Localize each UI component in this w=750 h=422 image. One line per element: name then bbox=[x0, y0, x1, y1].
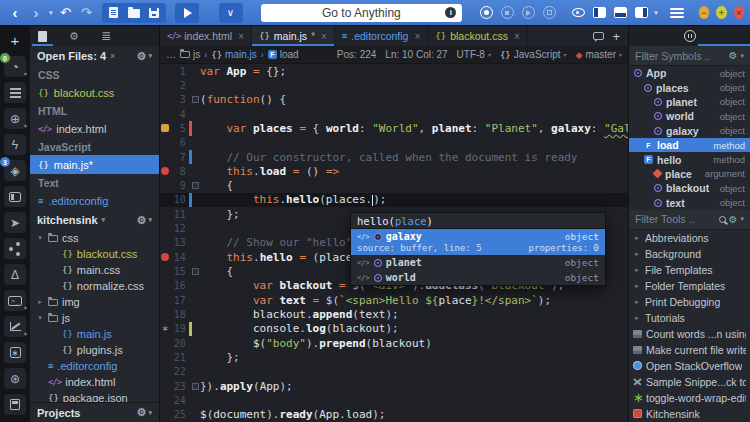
symbol-row[interactable]: Floadmethod bbox=[629, 138, 750, 152]
minimize-button[interactable]: − bbox=[699, 6, 709, 19]
code-line[interactable]: 22 bbox=[160, 365, 628, 379]
expander-icon[interactable]: ▸ bbox=[633, 234, 641, 242]
code-line[interactable]: 20 $("body").prepend(blackout) bbox=[160, 336, 628, 350]
gutter[interactable]: 3 bbox=[160, 93, 200, 107]
open-files-list-button[interactable] bbox=[4, 82, 26, 103]
macro-record-button[interactable] bbox=[477, 4, 495, 22]
tree-row[interactable]: </>index.html bbox=[30, 374, 159, 390]
fold-icon[interactable] bbox=[192, 383, 199, 390]
browser-preview-button[interactable]: ⊕▾ bbox=[4, 108, 26, 129]
expander-icon[interactable]: ▸ bbox=[633, 266, 641, 274]
tools-filter[interactable]: Filter Tools .. ⚙▾ bbox=[629, 210, 750, 230]
tree-row[interactable]: {}main.css bbox=[30, 262, 159, 278]
gutter[interactable]: 7 bbox=[160, 150, 200, 164]
symbol-row[interactable]: placesobject bbox=[629, 80, 750, 94]
close-icon[interactable]: × bbox=[321, 31, 327, 42]
zoom-button[interactable]: + bbox=[716, 6, 726, 19]
open-file-button[interactable] bbox=[125, 4, 143, 22]
symbol-row[interactable]: blackoutobject bbox=[629, 181, 750, 195]
share-button[interactable] bbox=[4, 238, 26, 259]
bookmark-icon[interactable] bbox=[161, 124, 169, 132]
code-line[interactable]: 3(function() { bbox=[160, 93, 628, 107]
fold-icon[interactable] bbox=[192, 96, 199, 103]
code-line[interactable]: 6 bbox=[160, 136, 628, 150]
fold-column[interactable] bbox=[192, 96, 200, 103]
symbol-row[interactable]: planetobject bbox=[629, 95, 750, 109]
gear-icon[interactable]: ⚙ bbox=[729, 214, 738, 225]
quick-actions-button[interactable]: ϟ bbox=[4, 134, 26, 155]
unit-testing-button[interactable]: Δ bbox=[4, 264, 26, 285]
gutter[interactable]: 17 bbox=[160, 293, 200, 307]
tool-row[interactable]: Kitchensink bbox=[629, 406, 750, 422]
completion-item[interactable]: </>planetobject bbox=[351, 255, 605, 270]
toolbar-dropdown[interactable]: ∨ bbox=[219, 3, 243, 23]
code-line[interactable]: 2 bbox=[160, 78, 628, 92]
gutter-marker[interactable] bbox=[160, 167, 170, 175]
gear-icon[interactable]: ⚙ bbox=[729, 50, 738, 61]
tool-row[interactable]: ▸Tutorials bbox=[629, 310, 750, 326]
code-line[interactable]: 7 // Our constructor, called when the do… bbox=[160, 150, 628, 164]
symbol-row[interactable]: galaxyobject bbox=[629, 124, 750, 138]
gutter-marker[interactable] bbox=[160, 124, 170, 132]
status-git-branch[interactable]: ◆master▾ bbox=[576, 49, 623, 60]
preview-button[interactable] bbox=[569, 4, 587, 22]
tab-places-settings[interactable]: ⚙ bbox=[69, 26, 79, 46]
macro-stop-button[interactable] bbox=[498, 4, 516, 22]
symbol-row[interactable]: textobject bbox=[629, 196, 750, 210]
info-icon[interactable]: i bbox=[445, 7, 456, 18]
tool-row[interactable]: ∗toggle-word-wrap-edit bbox=[629, 390, 750, 406]
gutter[interactable]: 9 bbox=[160, 179, 200, 193]
fold-icon[interactable] bbox=[192, 268, 199, 275]
code-line[interactable]: 25$(document).ready(App.load); bbox=[160, 408, 628, 422]
tree-row[interactable]: {}blackout.css bbox=[30, 246, 159, 262]
save-button[interactable] bbox=[145, 4, 163, 22]
gutter[interactable]: 5 bbox=[160, 121, 200, 135]
menu-button[interactable] bbox=[668, 4, 686, 22]
tab-outline[interactable] bbox=[684, 26, 696, 46]
history-caret-icon[interactable]: ▾ bbox=[49, 9, 53, 17]
tab-stack[interactable]: ≣ bbox=[101, 26, 111, 46]
tab-open-files[interactable] bbox=[38, 26, 47, 46]
profiler-button[interactable]: ▾ bbox=[4, 316, 26, 337]
komodo-pointer-button[interactable]: ➤ bbox=[4, 212, 26, 233]
gutter[interactable]: 22 bbox=[160, 365, 200, 379]
new-tab-button[interactable]: + bbox=[612, 29, 620, 44]
tree-row[interactable]: {}normalize.css bbox=[30, 278, 159, 294]
breakpoint-icon[interactable] bbox=[161, 167, 169, 175]
status-language[interactable]: {}JavaScript▾ bbox=[500, 49, 567, 60]
gutter[interactable]: ∗19 bbox=[160, 322, 200, 336]
expander-icon[interactable]: ▸ bbox=[633, 314, 641, 322]
new-file-button[interactable] bbox=[105, 4, 123, 22]
code-line[interactable]: 17 var text = $(`<span>Hello ${place}!</… bbox=[160, 293, 628, 307]
breakpoint-icon[interactable] bbox=[161, 253, 169, 261]
add-button[interactable]: + bbox=[4, 30, 26, 51]
gutter[interactable]: 15 bbox=[160, 264, 200, 278]
layout-right-toggle[interactable] bbox=[632, 4, 650, 22]
breadcrumb-item[interactable]: js bbox=[180, 49, 200, 60]
expander-icon[interactable]: ▸ bbox=[633, 250, 641, 258]
layout-caret-icon[interactable]: ▾ bbox=[654, 9, 658, 17]
macro-save-button[interactable] bbox=[540, 4, 558, 22]
completion-item[interactable]: </>worldobject bbox=[351, 270, 605, 285]
gear-icon[interactable]: ⚙ bbox=[137, 50, 147, 63]
tree-row[interactable]: {}main.js bbox=[30, 326, 159, 342]
packages-button[interactable]: ∗ bbox=[4, 342, 26, 363]
tree-row[interactable]: ▸img bbox=[30, 294, 159, 310]
gutter[interactable]: 21 bbox=[160, 350, 200, 364]
open-file-item[interactable]: {}main.js* bbox=[30, 155, 159, 174]
notifications-button[interactable]: ◔0▾ bbox=[4, 56, 26, 77]
gutter[interactable]: 1 bbox=[160, 64, 200, 78]
completion-item[interactable]: </>galaxyobjectsource: buffer, line: 5pr… bbox=[351, 229, 605, 255]
code-line[interactable]: 1var App = {}; bbox=[160, 64, 628, 78]
gear-icon[interactable]: ⚙ bbox=[137, 406, 147, 419]
tool-row[interactable]: Count words ...n using "wc" bbox=[629, 326, 750, 342]
expander-icon[interactable]: ▾ bbox=[36, 314, 44, 322]
terminal-button[interactable]: >_▾ bbox=[4, 290, 26, 311]
status-encoding[interactable]: UTF-8▾ bbox=[457, 49, 491, 60]
gutter[interactable]: 10 bbox=[160, 193, 200, 207]
layout-bottom-toggle[interactable] bbox=[611, 4, 629, 22]
gutter-marker[interactable] bbox=[160, 253, 170, 261]
gutter-marker[interactable]: ∗ bbox=[160, 324, 170, 334]
code-line[interactable]: 5 var places = { world: "World", planet:… bbox=[160, 121, 628, 135]
code-line[interactable]: 9 { bbox=[160, 179, 628, 193]
